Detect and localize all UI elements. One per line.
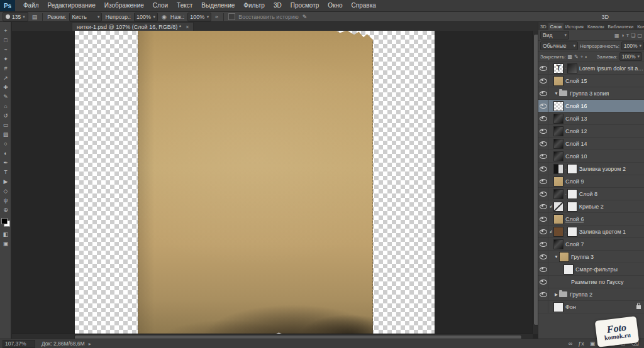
layer-visibility-toggle[interactable] — [538, 238, 548, 250]
layer-mask-thumbnail[interactable] — [567, 164, 577, 174]
layer-row[interactable]: Слой 16 — [538, 100, 644, 112]
layer-thumbnail[interactable] — [553, 126, 564, 136]
airbrush-icon[interactable]: ≈ — [214, 14, 219, 20]
layer-name[interactable]: Слой 8 — [579, 191, 597, 197]
layer-name[interactable]: Заливка узором 2 — [579, 166, 626, 172]
foreground-color-swatch[interactable] — [1, 218, 8, 224]
layer-mask-thumbnail[interactable] — [567, 202, 577, 212]
layer-name[interactable]: Слой 16 — [565, 103, 587, 109]
layer-opacity-field[interactable]: 100% ▾ — [621, 41, 644, 50]
clone-stamp-tool[interactable]: ⌂ — [0, 101, 11, 111]
layer-mask-thumbnail[interactable] — [567, 189, 577, 199]
move-tool[interactable]: + — [0, 26, 11, 35]
layer-mask-thumbnail[interactable] — [567, 63, 577, 73]
menu-item[interactable]: Слои — [148, 0, 172, 11]
paper-document-layer[interactable] — [138, 31, 373, 334]
menu-item[interactable]: Окно — [323, 0, 347, 11]
layer-thumbnail[interactable] — [559, 252, 569, 262]
vertical-scrollbar[interactable] — [532, 31, 538, 334]
layer-visibility-toggle[interactable] — [538, 87, 548, 99]
layer-visibility-toggle[interactable] — [538, 213, 548, 225]
layer-row[interactable]: ↲∙Кривые 2 — [538, 200, 644, 213]
layer-visibility-toggle[interactable] — [538, 62, 548, 74]
type-tool[interactable]: T — [0, 167, 11, 177]
panel-tab[interactable]: Библиотеки — [606, 23, 636, 30]
filter-smart-objects-icon[interactable]: ▢ — [637, 33, 642, 38]
filter-kind-select[interactable]: Вид ▾ — [540, 31, 569, 40]
layer-row[interactable]: Фон — [538, 301, 644, 313]
menu-item[interactable]: Фильтр — [239, 0, 269, 11]
layer-thumbnail[interactable] — [553, 202, 564, 212]
brush-options-icon[interactable]: ✎ — [302, 14, 308, 20]
layer-name[interactable]: Смарт-фильтры — [575, 266, 618, 273]
layer-visibility-toggle[interactable] — [538, 301, 548, 313]
layer-thumbnail[interactable] — [553, 114, 564, 124]
layer-visibility-toggle[interactable] — [538, 100, 548, 112]
layer-thumbnail[interactable] — [553, 177, 564, 187]
layer-thumbnail[interactable] — [553, 139, 564, 149]
layer-thumbnail[interactable]: T — [553, 63, 564, 73]
layer-name[interactable]: Кривые 2 — [579, 204, 604, 210]
layer-thumbnail[interactable] — [553, 101, 564, 111]
layer-row[interactable]: Слой 15 — [538, 75, 644, 87]
opacity-select[interactable]: 100% ▾ — [134, 13, 158, 21]
layer-mask-thumbnail[interactable] — [567, 227, 577, 237]
layer-row[interactable]: Слой 12 — [538, 125, 644, 138]
layer-row[interactable]: Размытие по Гауссу — [538, 276, 644, 288]
layer-row[interactable]: ∙Слой 8 — [538, 188, 644, 200]
color-swatches[interactable] — [1, 218, 10, 227]
layer-row[interactable]: Слой 10 — [538, 150, 644, 163]
layer-row[interactable]: Слой 6 — [538, 213, 644, 226]
marquee-tool[interactable]: □ — [0, 35, 11, 45]
layer-name[interactable]: Фон — [565, 304, 576, 310]
layer-row[interactable]: Слой 14 — [538, 138, 644, 150]
layer-visibility-toggle[interactable] — [538, 263, 548, 275]
filter-pixel-layers-icon[interactable]: ▦ — [614, 33, 619, 38]
layer-thumbnail[interactable] — [564, 264, 574, 275]
link-layers-icon[interactable]: ∞ — [569, 340, 572, 347]
document-tab[interactable]: нитки-1.psd @ 107% (Слой 16, RGB/8) * × — [72, 22, 194, 31]
mode-select[interactable]: Кисть ▾ — [69, 13, 102, 21]
blend-mode-select[interactable]: Обычные ▾ — [540, 41, 578, 50]
layer-thumbnail[interactable] — [553, 189, 564, 199]
layer-visibility-toggle[interactable] — [538, 276, 548, 288]
layer-name[interactable]: Слой 15 — [565, 78, 587, 84]
gradient-tool[interactable]: ▨ — [0, 129, 11, 139]
layer-name[interactable]: Слой 6 — [565, 216, 584, 222]
layer-row[interactable]: ↲∙Заливка цветом 1 — [538, 226, 644, 238]
layer-row[interactable]: ▶Группа 2 — [538, 288, 644, 301]
layer-name[interactable]: Lorem ipsum dolor sit amet, cons... — [579, 65, 644, 72]
scrollbar-thumb[interactable] — [533, 34, 538, 325]
menu-item[interactable]: Файл — [19, 0, 43, 11]
layer-visibility-toggle[interactable] — [538, 163, 548, 175]
eraser-tool[interactable]: ▭ — [0, 120, 11, 129]
path-selection-tool[interactable]: ▶ — [0, 177, 11, 186]
layer-visibility-toggle[interactable] — [538, 251, 548, 263]
layer-thumbnail[interactable] — [553, 164, 564, 174]
menu-item[interactable]: Выделение — [197, 0, 239, 11]
layer-name[interactable]: Слой 7 — [565, 241, 584, 247]
group-expand-toggle[interactable]: ▶ — [553, 292, 559, 297]
dodge-tool[interactable]: ◐ — [0, 148, 11, 158]
layer-name[interactable]: Группа 2 — [570, 291, 592, 298]
menu-item[interactable]: Редактирование — [43, 0, 100, 11]
eyedropper-tool[interactable]: ↗ — [0, 73, 11, 82]
screen-mode-button[interactable]: ▣ — [0, 239, 11, 248]
layer-visibility-toggle[interactable] — [538, 200, 548, 212]
status-menu-arrow[interactable]: ▸ — [89, 341, 91, 347]
layer-name[interactable]: Заливка цветом 1 — [579, 229, 626, 235]
pen-tool[interactable]: ✒ — [0, 158, 11, 167]
history-brush-tool[interactable]: ↺ — [0, 111, 11, 120]
hand-tool[interactable]: ψ — [0, 195, 11, 205]
layer-name[interactable]: Слой 14 — [565, 141, 587, 147]
layer-effects-icon[interactable]: ƒx — [578, 340, 584, 347]
layer-row[interactable]: Слой 7 — [538, 238, 644, 251]
lock-position-icon[interactable]: + — [580, 54, 584, 60]
filter-type-layers-icon[interactable]: T — [626, 33, 629, 38]
zoom-tool[interactable]: ⊕ — [0, 205, 11, 214]
layer-row[interactable]: Смарт-фильтры — [538, 263, 644, 276]
panel-tab[interactable]: Контуры — [635, 23, 644, 30]
shape-tool[interactable]: ◇ — [0, 186, 11, 195]
quick-mask-button[interactable]: ◧ — [0, 229, 11, 239]
layer-visibility-toggle[interactable] — [538, 125, 548, 137]
